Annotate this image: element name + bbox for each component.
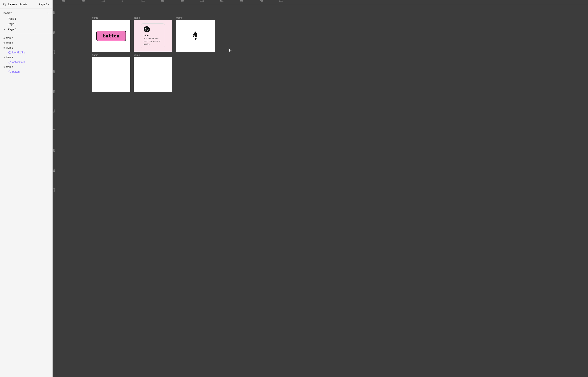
- layer-4-label: frame: [6, 56, 13, 59]
- layer-frame-1[interactable]: # frame: [0, 36, 52, 40]
- ruler-top-mark-10: 600: [240, 0, 243, 2]
- layer-frame-4[interactable]: # frame: [0, 55, 52, 60]
- ruler-left-mark-4: -300: [53, 70, 55, 74]
- canvas-frame-button[interactable]: frame button: [92, 16, 130, 52]
- layer-child-icon32fire[interactable]: icon/32/fire: [0, 50, 52, 55]
- ruler-left: -600 -500 -400 -300 -200 -100 0 100 200 …: [53, 4, 57, 377]
- canvas-frame-empty-1-box: [92, 57, 130, 92]
- sidebar: Layers Assets Page 3 Pages + Page 1 Page…: [0, 0, 53, 377]
- layer-child-button[interactable]: button: [0, 69, 52, 74]
- assets-tab[interactable]: Assets: [19, 2, 28, 6]
- ruler-left-mark-7: 0: [53, 129, 55, 130]
- canvas-frame-empty-2[interactable]: frame: [134, 54, 172, 92]
- action-card-desc: At a specific time every day, week, or m…: [144, 37, 162, 46]
- page-item-3[interactable]: ✓ Page 3: [0, 27, 52, 32]
- ruler-left-mark-2: -500: [53, 31, 55, 35]
- svg-line-1: [5, 5, 6, 6]
- layer-1-label: frame: [6, 36, 13, 40]
- ruler-top: -300 -200 -100 0 100 200 300 400 500 600…: [53, 0, 588, 4]
- actioncard-label: actionCard: [12, 61, 25, 64]
- layer-5-label: frame: [6, 65, 13, 69]
- ruler-top-mark-8: 400: [201, 0, 204, 2]
- ruler-left-mark-6: -100: [53, 109, 55, 113]
- canvas-frame-button-label: frame: [92, 16, 130, 19]
- frame-icon-5: #: [3, 65, 5, 69]
- layer-frame-2[interactable]: # frame: [0, 40, 52, 45]
- ruler-top-mark-9: 500: [220, 0, 223, 2]
- page-1-label: Page 1: [8, 17, 16, 20]
- canvas-frame-empty-1-label: frame: [92, 54, 130, 56]
- frame-icon-4: #: [3, 56, 5, 59]
- ruler-top-mark-3: -100: [101, 0, 105, 2]
- layer-frame-3[interactable]: # frame: [0, 45, 52, 50]
- canvas-frame-actioncard-label: frame: [134, 16, 172, 19]
- frame-icon-3: #: [3, 46, 5, 49]
- canvas-frame-actioncard-box: time At a specific time every day, week,…: [134, 20, 172, 52]
- ruler-left-mark-5: -200: [53, 90, 55, 94]
- canvas-frame-actioncard[interactable]: frame time At a specific time ever: [134, 16, 172, 52]
- canvas-frame-empty-1[interactable]: frame: [92, 54, 130, 92]
- page-indicator-label: Page 3: [39, 3, 47, 6]
- layers-tab[interactable]: Layers: [7, 2, 18, 6]
- ruler-top-mark-6: 200: [161, 0, 164, 2]
- frame-icon-1: #: [3, 36, 5, 40]
- ruler-top-mark-4: 0: [121, 0, 123, 2]
- layer-child-actioncard[interactable]: actionCard: [0, 60, 52, 65]
- ruler-top-mark-12: 800: [279, 0, 283, 2]
- sidebar-header: Layers Assets Page 3: [0, 0, 52, 9]
- layer-2-label: frame: [6, 41, 13, 45]
- component-icon-2: [8, 61, 12, 64]
- component-icon-3: [8, 70, 12, 73]
- page-item-2[interactable]: Page 2: [0, 22, 52, 27]
- ruler-top-mark-5: 100: [141, 0, 144, 2]
- canvas-frame-empty-2-label: frame: [134, 54, 172, 56]
- canvas-frame-button-box: button: [92, 20, 130, 52]
- page-2-label: Page 2: [8, 23, 16, 26]
- layer-3-label: frame: [6, 46, 13, 49]
- canvas-frame-fire-label: frame: [176, 16, 215, 19]
- layers-section: # frame # frame # frame icon/32/fire # f…: [0, 34, 52, 377]
- layer-frame-5[interactable]: # frame: [0, 65, 52, 69]
- sidebar-nav: Layers Assets: [3, 2, 28, 6]
- main-area: -300 -200 -100 0 100 200 300 400 500 600…: [53, 0, 588, 377]
- ruler-left-mark-10: 300: [53, 188, 55, 192]
- ruler-left-mark-1: -600: [53, 11, 55, 15]
- pages-header: Pages +: [0, 11, 52, 16]
- ruler-top-mark-1: -300: [61, 0, 65, 2]
- search-icon[interactable]: [3, 2, 7, 6]
- canvas-frame-fire-box: [176, 20, 215, 52]
- ruler-top-mark-7: 300: [181, 0, 184, 2]
- ruler-left-mark-9: 200: [53, 169, 55, 172]
- action-card-icon: [144, 26, 150, 32]
- ruler-left-mark-8: 100: [53, 149, 55, 152]
- button-layer-label: button: [12, 70, 20, 73]
- svg-line-4: [147, 29, 147, 30]
- page-3-label: Page 3: [8, 28, 16, 31]
- pages-title: Pages: [3, 12, 12, 14]
- icon32fire-label: icon/32/fire: [12, 51, 25, 54]
- ruler-left-mark-3: -400: [53, 50, 55, 54]
- action-card-component: time At a specific time every day, week,…: [141, 24, 165, 48]
- canvas[interactable]: frame button frame: [57, 4, 588, 377]
- component-icon-1: [8, 51, 12, 54]
- button-component[interactable]: button: [96, 31, 126, 41]
- fire-icon: [190, 31, 201, 41]
- add-page-button[interactable]: +: [47, 12, 49, 15]
- cursor: [228, 48, 232, 53]
- canvas-frame-fire[interactable]: frame: [176, 16, 215, 52]
- action-card-title: time: [144, 34, 162, 36]
- canvas-wrapper: -600 -500 -400 -300 -200 -100 0 100 200 …: [53, 4, 588, 377]
- page-item-1[interactable]: Page 1: [0, 16, 52, 22]
- svg-point-5: [195, 38, 196, 40]
- checkmark-active: ✓: [3, 28, 7, 31]
- page-indicator[interactable]: Page 3: [39, 3, 50, 6]
- ruler-top-mark-2: -200: [81, 0, 85, 2]
- ruler-top-mark-11: 700: [260, 0, 263, 2]
- frame-icon-2: #: [3, 41, 5, 45]
- pages-section: Pages + Page 1 Page 2 ✓ Page 3: [0, 9, 52, 34]
- canvas-frame-empty-2-box: [134, 57, 172, 92]
